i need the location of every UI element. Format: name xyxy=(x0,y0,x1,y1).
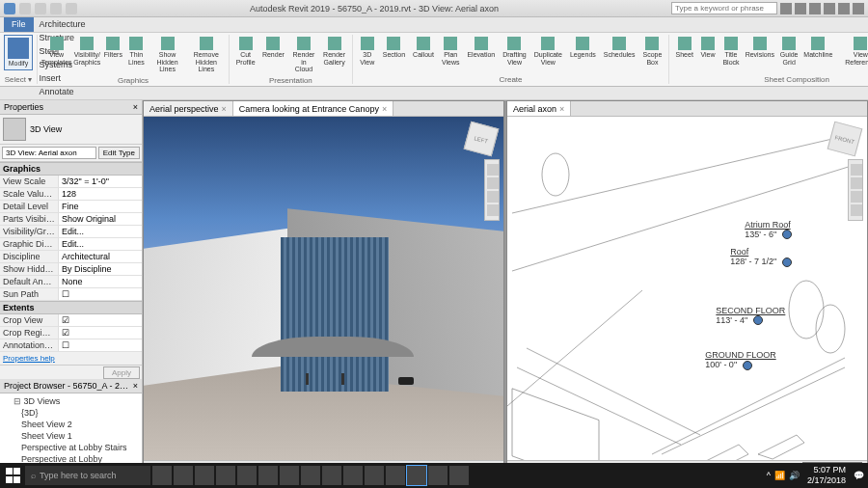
property-row[interactable]: View Scale3/32" = 1'-0" xyxy=(0,176,142,188)
viewport-tab[interactable]: Aerial axon× xyxy=(507,101,571,116)
panel-close-icon[interactable]: × xyxy=(133,102,138,112)
modify-button[interactable]: Modify xyxy=(4,35,33,70)
tree-node[interactable]: Sheet View 1 xyxy=(2,430,140,442)
ribbon-legends-button[interactable]: Legends xyxy=(567,35,599,61)
panel-close-icon[interactable]: × xyxy=(133,381,138,391)
ribbon-draftingview-button[interactable]: Drafting View xyxy=(500,35,529,68)
property-row[interactable]: Detail LevelFine xyxy=(0,201,142,213)
file-tab[interactable]: File xyxy=(4,17,34,32)
store-icon[interactable] xyxy=(237,466,257,485)
select-panel-label[interactable]: Select ▾ xyxy=(4,74,33,84)
ribbon-rendergallery-button[interactable]: Render Gallery xyxy=(320,35,347,68)
edit-type-button[interactable]: Edit Type xyxy=(98,147,140,159)
navigation-bar[interactable] xyxy=(484,159,500,221)
level-marker[interactable]: Roof128' - 7 1/2" xyxy=(730,247,791,267)
word-icon[interactable] xyxy=(301,466,320,485)
viewport-tab[interactable]: Aerial perspective× xyxy=(144,101,233,116)
start-button[interactable] xyxy=(4,466,23,485)
ribbon-view-button[interactable]: View xyxy=(697,35,719,61)
notifications-icon[interactable]: 💬 xyxy=(854,471,864,480)
ribbon-thinlines-button[interactable]: Thin Lines xyxy=(125,35,147,68)
ribbon-revisions-button[interactable]: Revisions xyxy=(744,35,776,61)
ribbon-viewtemplates-button[interactable]: View Templates xyxy=(41,35,71,68)
ribbon-guidegrid-button[interactable]: Guide Grid xyxy=(778,35,800,68)
system-tray[interactable]: ^ 📶 🔊 5:07 PM 2/17/2018 💬 xyxy=(767,465,864,486)
volume-icon[interactable]: 🔊 xyxy=(789,471,800,480)
qat-open-icon[interactable] xyxy=(19,3,31,14)
tab-close-icon[interactable]: × xyxy=(559,104,564,114)
ribbon-callout-button[interactable]: Callout xyxy=(410,35,437,61)
property-row[interactable]: Visibility/Graphics Ov...Edit... xyxy=(0,226,142,238)
exchange-icon[interactable] xyxy=(795,3,806,14)
ribbon-cutprofile-button[interactable]: Cut Profile xyxy=(233,35,258,68)
level-marker[interactable]: Atrium Roof135' - 6" xyxy=(745,220,791,240)
ribbon-removehiddenlines-button[interactable]: Remove Hidden Lines xyxy=(188,35,225,75)
properties-header[interactable]: Properties× xyxy=(0,100,142,115)
viewport-tab[interactable]: Camera looking at Entrance Canopy× xyxy=(233,101,393,116)
level-marker[interactable]: GROUND FLOOR100' - 0" xyxy=(705,350,776,370)
property-row[interactable]: Default Analysis Displ...None xyxy=(0,276,142,288)
tree-node[interactable]: {3D} xyxy=(2,407,140,419)
help-search-input[interactable] xyxy=(671,2,777,14)
type-selector[interactable]: 3D View xyxy=(0,115,142,145)
properties-section[interactable]: Extents xyxy=(0,301,142,314)
navigation-bar[interactable] xyxy=(848,159,863,221)
property-row[interactable]: Scale Value 1:128 xyxy=(0,188,142,201)
qat-undo-icon[interactable] xyxy=(50,3,62,14)
ribbon-matchline-button[interactable]: Matchline xyxy=(802,35,834,61)
tree-node[interactable]: Perspective at Lobby Stairs xyxy=(2,442,140,453)
property-row[interactable]: Crop Region Visible☑ xyxy=(0,327,142,339)
property-row[interactable]: Sun Path☐ xyxy=(0,288,142,301)
ribbon-visibilitygraphics-button[interactable]: Visibility/ Graphics xyxy=(73,35,100,68)
ribbon-tab-architecture[interactable]: Architecture xyxy=(34,17,103,31)
help-icon[interactable] xyxy=(809,3,821,14)
tree-node[interactable]: 3D Views xyxy=(2,395,140,407)
qat-save-icon[interactable] xyxy=(35,3,46,14)
viewcube[interactable]: LEFT xyxy=(464,122,500,157)
ribbon-planviews-button[interactable]: Plan Views xyxy=(439,35,463,68)
taskview-icon[interactable] xyxy=(174,466,193,485)
close-icon[interactable] xyxy=(853,3,864,14)
cortana-icon[interactable] xyxy=(152,466,172,485)
instance-selector[interactable]: 3D View: Aerial axon xyxy=(2,147,96,159)
excel-icon[interactable] xyxy=(322,466,341,485)
tab-close-icon[interactable]: × xyxy=(222,104,227,114)
level-marker[interactable]: SECOND FLOOR113' - 4" xyxy=(716,306,785,326)
properties-help-link[interactable]: Properties help xyxy=(0,352,142,365)
tree-node[interactable]: Sheet View 2 xyxy=(2,419,140,430)
ribbon-filters-button[interactable]: Filters xyxy=(102,35,123,61)
signin-icon[interactable] xyxy=(780,3,792,14)
viewport-canvas-rendered[interactable]: LEFT xyxy=(144,117,503,460)
project-browser-header[interactable]: Project Browser - 56750_A - 2019.rvt× xyxy=(0,379,142,393)
apply-button[interactable]: Apply xyxy=(103,366,140,379)
app-icon[interactable] xyxy=(428,466,448,485)
network-icon[interactable]: 📶 xyxy=(774,471,785,480)
property-row[interactable]: Parts VisibilityShow Original xyxy=(0,213,142,226)
property-row[interactable]: DisciplineArchitectural xyxy=(0,251,142,263)
minimize-icon[interactable] xyxy=(824,3,835,14)
viewport-canvas-wireframe[interactable]: Atrium Roof135' - 6" Roof128' - 7 1/2" S… xyxy=(507,117,867,460)
qat-redo-icon[interactable] xyxy=(66,3,77,14)
ribbon-showhiddenlines-button[interactable]: Show Hidden Lines xyxy=(149,35,185,75)
property-row[interactable]: Graphic Display OptionsEdit... xyxy=(0,238,142,251)
ribbon-elevation-button[interactable]: Elevation xyxy=(464,35,498,61)
outlook-icon[interactable] xyxy=(280,466,299,485)
ribbon-tab-annotate[interactable]: Annotate xyxy=(34,85,103,98)
ribbon-titleblock-button[interactable]: Title Block xyxy=(720,35,742,68)
app-icon[interactable] xyxy=(258,466,278,485)
property-row[interactable]: Crop View☑ xyxy=(0,314,142,327)
acrobat-icon[interactable] xyxy=(386,466,405,485)
ribbon-viewreference-button[interactable]: View Reference xyxy=(836,35,868,68)
ribbon-section-button[interactable]: Section xyxy=(380,35,408,61)
edge-icon[interactable] xyxy=(195,466,214,485)
explorer-icon[interactable] xyxy=(216,466,235,485)
property-row[interactable]: Show Hidden LinesBy Discipline xyxy=(0,263,142,276)
onenote-icon[interactable] xyxy=(365,466,384,485)
app-icon[interactable] xyxy=(449,466,469,485)
ribbon-render-button[interactable]: Render xyxy=(259,35,286,61)
ribbon-renderincloud-button[interactable]: Render in Cloud xyxy=(289,35,319,75)
property-row[interactable]: Annotation Crop☐ xyxy=(0,339,142,352)
taskbar-search[interactable]: ⌕ Type here to search xyxy=(25,466,150,485)
ribbon-dview-button[interactable]: 3D View xyxy=(357,35,378,68)
ribbon-duplicateview-button[interactable]: Duplicate View xyxy=(531,35,565,68)
